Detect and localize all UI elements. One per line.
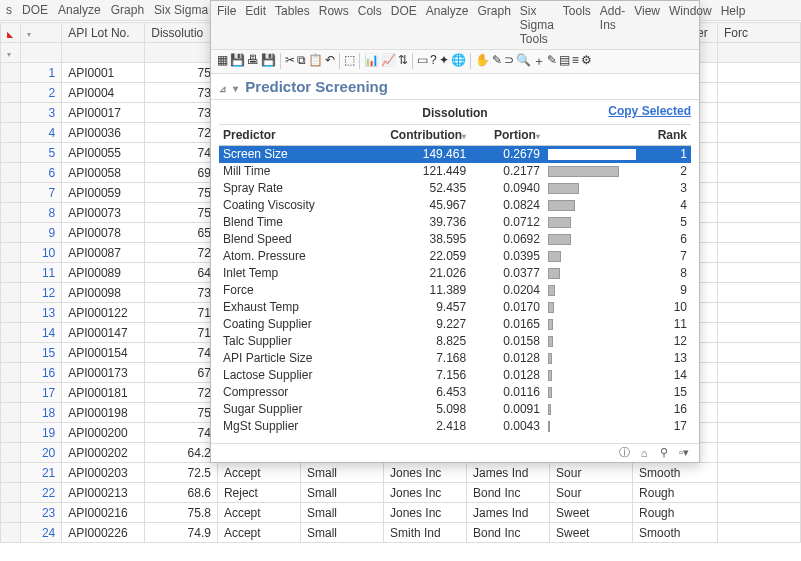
table-icon[interactable]: ▤ [559,53,570,70]
menu-graph[interactable]: Graph [477,4,510,46]
lasso-icon[interactable]: ⊃ [504,53,514,70]
predictor-row[interactable]: MgSt Supplier2.4180.004317 [219,418,691,435]
brush-icon[interactable]: ✎ [492,53,502,70]
analyze-icon[interactable]: 📊 [364,53,379,70]
gear-icon[interactable]: ⚙ [581,53,592,70]
menu-doe[interactable]: DOE [22,3,48,17]
copy-icon[interactable]: ⧉ [297,53,306,70]
col-rownum[interactable]: ▾ [20,23,62,43]
info-icon[interactable]: ✦ [439,53,449,70]
copy-selected-link[interactable]: Copy Selected [608,104,691,118]
predictor-row[interactable]: Screen Size149.4610.26791 [219,146,691,163]
menu-tools[interactable]: Tools [563,4,591,46]
predictor-screening-window[interactable]: FileEditTablesRowsColsDOEAnalyzeGraphSix… [210,0,700,463]
panel-title[interactable]: ⊿ ▾ Predictor Screening [211,74,699,100]
row-marker[interactable] [1,463,21,483]
row-marker[interactable] [1,243,21,263]
menu-help[interactable]: Help [721,4,746,46]
undo-icon[interactable]: ↶ [325,53,335,70]
table-row[interactable]: 24API00022674.9AcceptSmallSmith IndBond … [1,523,801,543]
row-marker[interactable] [1,383,21,403]
open-icon[interactable]: ▦ [217,53,228,70]
col-portion[interactable]: Portion▾ [470,125,544,146]
pin-status-icon[interactable]: ⚲ [657,446,671,460]
zoom-icon[interactable]: 🔍 [516,53,531,70]
row-marker[interactable] [1,203,21,223]
corner-disclosure[interactable]: ◣ [1,23,21,43]
predictor-row[interactable]: API Particle Size7.1680.012813 [219,350,691,367]
menu-graph[interactable]: Graph [111,3,144,17]
save-icon[interactable]: 💾 [230,53,245,70]
help-icon[interactable]: ? [430,53,437,70]
menu-analyze[interactable]: Analyze [426,4,469,46]
select-all-rows[interactable]: ▾ [1,43,21,63]
menu-cols[interactable]: Cols [358,4,382,46]
row-marker[interactable] [1,103,21,123]
row-marker[interactable] [1,323,21,343]
menu-analyze[interactable]: Analyze [58,3,101,17]
row-marker[interactable] [1,183,21,203]
red-tri-icon[interactable]: ▾ [233,83,238,94]
row-marker[interactable] [1,263,21,283]
predictors-table[interactable]: Predictor Contribution▾ Portion▾ Rank Sc… [219,125,691,435]
predictor-row[interactable]: Lactose Supplier7.1560.012814 [219,367,691,384]
row-marker[interactable] [1,143,21,163]
predictor-row[interactable]: Coating Supplier9.2270.016511 [219,316,691,333]
row-marker[interactable] [1,403,21,423]
table-row[interactable]: 23API00021675.8AcceptSmallJones IncJames… [1,503,801,523]
predictor-row[interactable]: Blend Speed38.5950.06926 [219,231,691,248]
menu-window[interactable]: Window [669,4,712,46]
predictor-row[interactable]: Inlet Temp21.0260.03778 [219,265,691,282]
save-as-icon[interactable]: 💾 [261,53,276,70]
row-marker[interactable] [1,443,21,463]
home-status-icon[interactable]: ⌂ [637,446,651,460]
row-marker[interactable] [1,163,21,183]
predictor-row[interactable]: Compressor6.4530.011615 [219,384,691,401]
row-marker[interactable] [1,523,21,543]
row-marker[interactable] [1,363,21,383]
predictor-row[interactable]: Talc Supplier8.8250.015812 [219,333,691,350]
cut-icon[interactable]: ✂ [285,53,295,70]
row-marker[interactable] [1,503,21,523]
col-api-lot[interactable]: API Lot No. [62,23,145,43]
menu-edit[interactable]: Edit [245,4,266,46]
table-row[interactable]: 21API00020372.5AcceptSmallJones IncJames… [1,463,801,483]
format-icon[interactable]: ⬚ [344,53,355,70]
predictor-row[interactable]: Exhaust Temp9.4570.017010 [219,299,691,316]
row-marker[interactable] [1,423,21,443]
menu-rows[interactable]: Rows [319,4,349,46]
predictor-row[interactable]: Spray Rate52.4350.09403 [219,180,691,197]
row-marker[interactable] [1,223,21,243]
predictor-row[interactable]: Mill Time121.4490.21772 [219,163,691,180]
info-status-icon[interactable]: ⓘ [617,446,631,460]
menu-add-ins[interactable]: Add-Ins [600,4,625,46]
row-marker[interactable] [1,303,21,323]
predictor-row[interactable]: Sugar Supplier5.0980.009116 [219,401,691,418]
print-icon[interactable]: 🖶 [247,53,259,70]
predictor-row[interactable]: Atom. Pressure22.0590.03957 [219,248,691,265]
row-marker[interactable] [1,83,21,103]
menu-file[interactable]: File [217,4,236,46]
crosshair-icon[interactable]: ＋ [533,53,545,70]
col-contribution[interactable]: Contribution▾ [355,125,470,146]
row-marker[interactable] [1,63,21,83]
col-rank[interactable]: Rank [640,125,691,146]
edit-icon[interactable]: ✎ [547,53,557,70]
menu-tables[interactable]: Tables [275,4,310,46]
predictor-row[interactable]: Force11.3890.02049 [219,282,691,299]
row-marker[interactable] [1,283,21,303]
predictor-row[interactable]: Blend Time39.7360.07125 [219,214,691,231]
menu-s[interactable]: s [6,3,12,17]
col-dissolution[interactable]: Dissolutio [145,23,218,43]
col-predictor[interactable]: Predictor [219,125,355,146]
menu-doe[interactable]: DOE [391,4,417,46]
graph-icon[interactable]: 📈 [381,53,396,70]
dist-icon[interactable]: ⇅ [398,53,408,70]
row-marker[interactable] [1,343,21,363]
paste-icon[interactable]: 📋 [308,53,323,70]
row-marker[interactable] [1,123,21,143]
hand-icon[interactable]: ✋ [475,53,490,70]
resize-grip-icon[interactable]: ▫▾ [677,446,691,460]
menu-six-sigma-tools[interactable]: Six Sigma Tools [520,4,554,46]
disclosure-icon[interactable]: ⊿ [219,84,229,94]
